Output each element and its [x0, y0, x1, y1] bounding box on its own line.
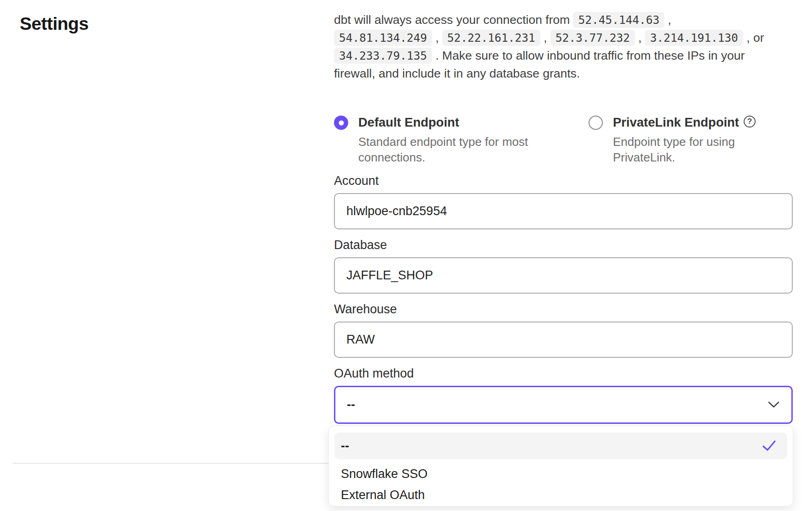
radio-unselected-icon[interactable]: [589, 116, 603, 130]
ip-notice: dbt will always access your connection f…: [334, 11, 797, 83]
radio-option-default-endpoint[interactable]: Default Endpoint Standard endpoint type …: [334, 115, 589, 165]
radio-option-text: PrivateLink Endpoint ? Endpoint type for…: [613, 115, 764, 165]
warehouse-field-group: Warehouse: [334, 302, 793, 358]
radio-option-text: Default Endpoint Standard endpoint type …: [358, 115, 542, 165]
ip-address-chip: 3.214.191.130: [645, 30, 743, 46]
endpoint-type-group: Default Endpoint Standard endpoint type …: [334, 115, 764, 165]
page-title: Settings: [20, 14, 89, 34]
check-icon: [762, 440, 776, 452]
database-label: Database: [334, 238, 793, 252]
ip-address-chip: 52.3.77.232: [551, 30, 635, 46]
dropdown-option-none[interactable]: --: [334, 433, 787, 459]
account-label: Account: [334, 174, 793, 188]
help-icon[interactable]: ?: [744, 116, 756, 128]
ip-address-chip: 52.45.144.63: [573, 12, 664, 28]
settings-page: Settings dbt will always access your con…: [0, 0, 812, 511]
ip-address-chip: 34.233.79.135: [334, 48, 432, 64]
account-input[interactable]: [334, 193, 793, 229]
dropdown-option-label: External OAuth: [341, 488, 425, 502]
ip-address-chip: 54.81.134.249: [334, 30, 432, 46]
warehouse-input[interactable]: [334, 322, 793, 358]
oauth-method-value: --: [347, 398, 355, 412]
account-field-group: Account: [334, 174, 793, 229]
radio-option-description: Endpoint type for using PrivateLink.: [613, 134, 764, 165]
dropdown-option-external-oauth[interactable]: External OAuth: [334, 485, 787, 505]
section-divider: [13, 463, 340, 464]
chevron-down-icon: [768, 401, 780, 409]
radio-option-description: Standard endpoint type for most connecti…: [358, 134, 542, 165]
dropdown-option-snowflake-sso[interactable]: Snowflake SSO: [334, 464, 787, 484]
warehouse-label: Warehouse: [334, 302, 793, 317]
dropdown-option-label: Snowflake SSO: [341, 467, 428, 481]
database-field-group: Database: [334, 238, 793, 294]
ip-address-chip: 52.22.161.231: [442, 30, 540, 46]
radio-option-privatelink-endpoint[interactable]: PrivateLink Endpoint ? Endpoint type for…: [589, 115, 764, 165]
oauth-method-field-group: OAuth method --: [334, 367, 793, 424]
oauth-method-select[interactable]: --: [334, 386, 793, 424]
oauth-method-label: OAuth method: [334, 367, 793, 381]
radio-option-label: Default Endpoint: [358, 115, 459, 130]
database-input[interactable]: [334, 257, 793, 294]
radio-option-label: PrivateLink Endpoint: [613, 115, 739, 130]
oauth-method-dropdown: -- Snowflake SSO External OAuth: [328, 426, 793, 506]
dropdown-option-label: --: [341, 439, 349, 453]
radio-selected-icon[interactable]: [334, 116, 348, 130]
